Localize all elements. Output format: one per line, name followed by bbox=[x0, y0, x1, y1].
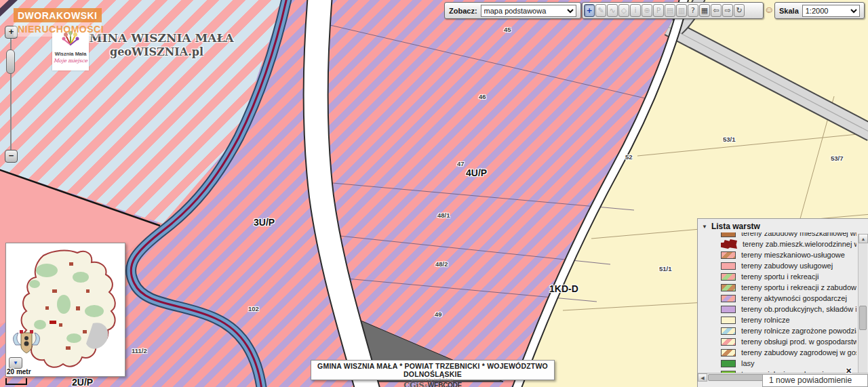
scalebar-bracket bbox=[5, 378, 27, 385]
legend-vertical-scrollbar: ▲ bbox=[858, 234, 867, 387]
legend-row[interactable]: tereny zabudowy usługowej bbox=[698, 260, 856, 271]
zoom-slider-handle[interactable] bbox=[6, 49, 15, 74]
scroll-up-icon[interactable]: ▲ bbox=[859, 234, 868, 243]
legend-list: tereny zabudowy mieszkaniowej wielorodzi… bbox=[698, 232, 856, 373]
identify-tool-button[interactable]: i bbox=[630, 4, 641, 17]
tools-toolbar: +✎∿◇i⊕P▤▥?▦⇦⇨↻ bbox=[582, 2, 764, 19]
help-tool-button[interactable]: ? bbox=[688, 4, 698, 17]
scalebar-text: 20 metr bbox=[7, 368, 31, 375]
legend-label: tereny rolnicze bbox=[741, 316, 790, 324]
legend-label: tereny aktywności gospodarczej bbox=[741, 294, 847, 302]
measure-area-tool-button[interactable]: ◇ bbox=[618, 4, 629, 17]
vendor-logo: CGiS&WEBCODE bbox=[311, 382, 554, 387]
vertical-scroll-thumb[interactable] bbox=[859, 306, 867, 330]
print-tool-button[interactable]: ▦ bbox=[699, 4, 710, 17]
legend-row[interactable]: tereny sportu i rekreacji z zabudową bbox=[698, 282, 856, 293]
legend-row[interactable]: tereny rolnicze zagrożone powodzią bbox=[698, 325, 856, 336]
logo-tagline: Moje miejsce bbox=[52, 58, 89, 64]
full-extent-tool-button[interactable]: ↻ bbox=[734, 4, 745, 17]
legend-label: tereny sportu i rekreacji z zabudową bbox=[741, 283, 856, 291]
legend-label: tereny ob.produkcyjnych, składów i magaz bbox=[741, 305, 856, 313]
poi-tool-button[interactable]: P bbox=[653, 4, 664, 17]
zoom-out-button[interactable]: − bbox=[5, 150, 18, 163]
view-selector-bar: Zobacz: mapa podstawowa bbox=[444, 2, 581, 19]
road-main bbox=[316, 0, 369, 387]
back-tool-button[interactable]: ⇦ bbox=[711, 4, 722, 17]
legend-swatch bbox=[721, 338, 736, 346]
legend-row[interactable]: tereny zabudowy zagrodowej w gospodarst bbox=[698, 347, 856, 358]
legend-swatch bbox=[721, 251, 736, 259]
legend-swatch bbox=[721, 360, 736, 367]
legend-swatch bbox=[721, 306, 736, 313]
legend-swatch bbox=[721, 232, 736, 237]
legend-label: tereny zabudowy zagrodowej w gospodarst bbox=[741, 348, 856, 357]
legend-label: tereny obsługi prod. w gospodarstwach bbox=[741, 338, 856, 346]
legend-label: tereny mieszkaniowo-usługowe bbox=[741, 251, 845, 259]
minimap-location-marker bbox=[50, 321, 56, 324]
legend-label: tereny zabudowy usługowej bbox=[741, 262, 833, 270]
legend-swatch bbox=[721, 349, 736, 357]
title-line2: geoWISZNIA.pl bbox=[79, 45, 235, 59]
legend-swatch bbox=[721, 262, 736, 270]
watermark-line2: NIERUCHOMOŚCI bbox=[14, 22, 102, 37]
legend-row[interactable]: tereny mieszkaniowo-usługowe bbox=[698, 249, 856, 260]
legend-row[interactable]: tereny zab.mieszk.wielorodzinnej w formi… bbox=[698, 239, 856, 249]
scale-select[interactable]: 1:2000 bbox=[802, 5, 860, 17]
cgis-logo-text: CGiS bbox=[403, 381, 424, 387]
legend-swatch bbox=[721, 295, 736, 302]
legend-row[interactable]: tereny sportu i rekreacji bbox=[698, 271, 856, 282]
collapse-triangle-icon[interactable]: ▼ bbox=[702, 224, 707, 230]
globe-tool-button[interactable]: ⊕ bbox=[642, 4, 652, 17]
layers-panel-title: Lista warstw bbox=[711, 222, 760, 231]
attribution-box: GMINA WISZNIA MAŁA * POWIAT TRZEBNICKI *… bbox=[311, 360, 555, 380]
forward-tool-button[interactable]: ⇨ bbox=[722, 4, 733, 17]
legend-row[interactable]: tereny obsługi prod. w gospodarstwach bbox=[698, 336, 856, 347]
map-canvas[interactable]: 4U/P3U/P1KD-D2U/P45464748/148/249102111/… bbox=[0, 0, 868, 387]
legend-label: tereny sportu i rekreacji bbox=[741, 272, 818, 281]
watermark: DWORAKOWSKI NIERUCHOMOŚCI bbox=[14, 8, 102, 37]
legend-row[interactable]: tereny rolnicze bbox=[698, 314, 856, 325]
zone-boundary-line bbox=[0, 169, 160, 226]
layers-panel: ▼ Lista warstw tereny zabudowy mieszkani… bbox=[697, 218, 868, 387]
legend-swatch bbox=[721, 327, 736, 335]
scroll-left-icon[interactable]: ◀ bbox=[698, 373, 707, 382]
legend-swatch bbox=[721, 273, 736, 281]
view-select[interactable]: mapa podstawowa bbox=[481, 5, 576, 17]
legend-row[interactable]: lasy bbox=[698, 358, 856, 369]
legend-row[interactable]: tereny aktywności gospodarczej bbox=[698, 293, 856, 304]
attribute-table-tool-button[interactable]: ▤ bbox=[665, 4, 675, 17]
legend-label: lasy bbox=[741, 359, 755, 367]
notification-bar[interactable]: 1 nowe powiadomienie bbox=[762, 374, 868, 387]
attribution-text: GMINA WISZNIA MAŁA * POWIAT TRZEBNICKI *… bbox=[311, 362, 554, 378]
scale-label: Skala bbox=[779, 7, 799, 15]
watermark-line1: DWORAKOWSKI bbox=[14, 8, 102, 22]
legend-row[interactable]: tereny zabudowy mieszkaniowej wielorodzi… bbox=[698, 232, 856, 239]
pan-tool-button[interactable]: + bbox=[584, 4, 595, 17]
view-label: Zobacz: bbox=[449, 7, 477, 15]
legend-swatch bbox=[721, 239, 737, 249]
legend-swatch bbox=[721, 317, 736, 324]
draw-tool-button[interactable]: ✎ bbox=[595, 4, 606, 17]
close-icon[interactable]: ✕ bbox=[846, 367, 852, 375]
layers-table-tool-button[interactable]: ▥ bbox=[676, 4, 687, 17]
legend-row[interactable]: tereny ob.produkcyjnych, składów i magaz bbox=[698, 304, 856, 314]
legend-swatch bbox=[721, 284, 736, 291]
measure-line-tool-button[interactable]: ∿ bbox=[607, 4, 618, 17]
webcode-logo-text: WEBCODE bbox=[428, 382, 462, 387]
layers-panel-header[interactable]: ▼ Lista warstw bbox=[698, 219, 868, 233]
page-title: GMINA WISZNIA MAŁA geoWISZNIA.pl bbox=[79, 31, 235, 59]
legend-label: tereny zab.mieszk.wielorodzinnej w formi… bbox=[743, 240, 856, 248]
minimap-collapse-button[interactable]: ▼ bbox=[9, 357, 22, 369]
logo-text: Wisznia Mała bbox=[52, 51, 89, 57]
legend-label: tereny rolnicze zagrożone powodzią bbox=[741, 327, 856, 335]
horizontal-scroll-thumb[interactable] bbox=[708, 374, 764, 381]
minimap-commune-outline bbox=[6, 243, 125, 376]
overview-minimap[interactable]: ▼ bbox=[5, 243, 125, 377]
legend-label: tereny zabudowy mieszkaniowej wielorodzi… bbox=[741, 232, 856, 237]
user-icon[interactable]: ☺ bbox=[764, 4, 774, 15]
scale-selector-bar: Skala 1:2000 bbox=[774, 2, 865, 19]
